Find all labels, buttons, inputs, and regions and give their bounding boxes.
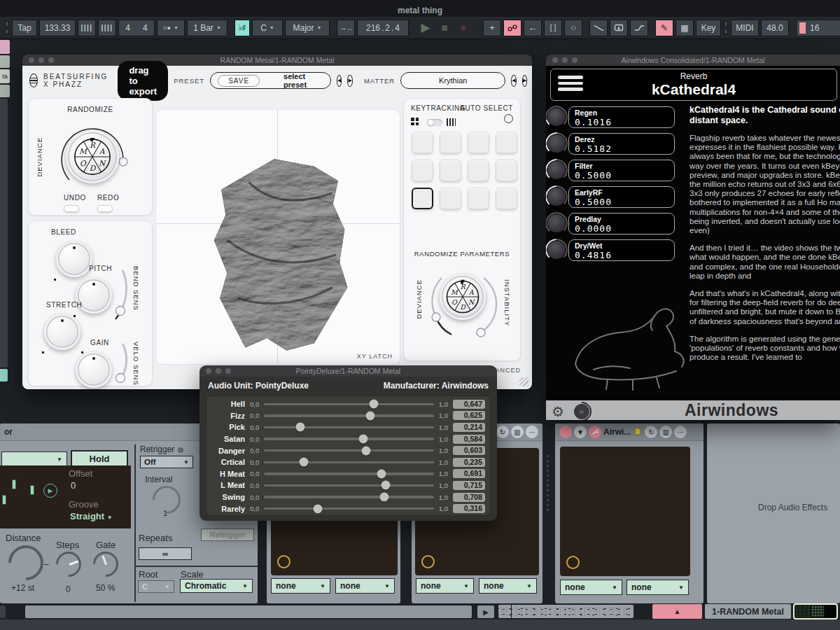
bleed-knob[interactable] (56, 241, 92, 277)
clip-slot-teal[interactable] (0, 369, 8, 382)
x-param-dropdown[interactable]: none▼ (416, 578, 474, 594)
metronome-button[interactable]: ○●▼ (157, 20, 185, 36)
auto-select-radio[interactable] (504, 114, 513, 123)
reload-icon[interactable]: ↻ (645, 426, 657, 438)
slider-thumb[interactable] (313, 504, 322, 513)
stop-button[interactable]: ■ (436, 22, 453, 34)
drop-audio-effects-area[interactable]: Drop Audio Effects (707, 424, 840, 603)
resize-grip[interactable] (519, 377, 528, 386)
draw-mode-button[interactable]: ✎ (655, 20, 673, 36)
keytracking-pad[interactable] (412, 132, 433, 153)
computer-midi-keyboard-button[interactable]: ▦ (676, 20, 694, 36)
scale-dropdown[interactable]: Chromatic▼ (180, 579, 253, 593)
filter-knob[interactable] (547, 161, 566, 179)
retrigger-mode-dropdown[interactable]: Off▼ (140, 456, 193, 468)
loop-region-button[interactable] (610, 20, 628, 36)
menu-icon[interactable] (29, 74, 38, 88)
slider-thumb[interactable] (362, 446, 371, 455)
keys-mode-icon[interactable] (447, 118, 456, 126)
follow-button[interactable]: →‥ (337, 20, 355, 36)
draw-region-button[interactable]: [ ] (544, 20, 562, 36)
keytracking-pad[interactable] (468, 132, 489, 153)
window-titlebar[interactable]: PointyDeluxe/1-RANDOM Metal (200, 365, 497, 377)
time-signature-field[interactable]: 44 (118, 20, 155, 36)
slider-thumb[interactable] (370, 400, 379, 409)
clip-slot[interactable] (0, 55, 10, 68)
keytracking-pad[interactable] (412, 160, 433, 181)
regen-knob[interactable] (547, 108, 566, 126)
param-readout[interactable]: Filter0.5000 (568, 160, 675, 181)
keytracking-pad[interactable] (468, 188, 489, 209)
param-slider[interactable] (264, 449, 434, 452)
retrigger-action-button[interactable]: Retrigger (201, 528, 254, 541)
device-header[interactable]: ▼ Airwi... ↻ ▥ ⋯ (555, 424, 704, 441)
fold-icon[interactable]: ▼ (574, 426, 587, 438)
clip-play-button[interactable]: ▶ (477, 606, 494, 618)
matter-next-button[interactable]: ▶ (522, 75, 527, 87)
note-display[interactable]: ▶ Offset 0 Groove Straight ▼ (0, 465, 131, 528)
keytracking-pad[interactable] (496, 160, 517, 181)
distance-knob[interactable] (1, 538, 51, 588)
tempo-field[interactable]: 133.33 (39, 20, 76, 36)
follow-circle-button[interactable]: ○ (564, 20, 582, 36)
param-readout[interactable]: Dry/Wet0.4816 (568, 239, 675, 261)
xy-cursor[interactable] (566, 556, 580, 569)
drag-to-export-button[interactable]: drag to export (118, 61, 168, 101)
param-slider[interactable] (264, 426, 434, 429)
ramp-button[interactable] (630, 20, 648, 36)
slider-thumb[interactable] (377, 469, 386, 478)
derez-knob[interactable] (547, 134, 566, 153)
param-value[interactable]: 0,708 (453, 493, 485, 502)
param-slider[interactable] (264, 438, 434, 440)
pads-mode-icon[interactable] (411, 118, 419, 125)
save-icon[interactable]: ▥ (659, 426, 672, 438)
clip-slot-pink[interactable] (0, 40, 10, 54)
param-value[interactable]: 0,647 (453, 400, 485, 409)
keytracking-pad[interactable] (496, 188, 517, 209)
param-slider[interactable] (264, 507, 434, 510)
y-param-dropdown[interactable]: none▼ (626, 580, 689, 595)
groove-value-dropdown[interactable]: Straight ▼ (70, 511, 113, 522)
preset-name[interactable]: select preset (267, 72, 323, 89)
param-value[interactable]: 0,715 (453, 481, 485, 490)
save-icon[interactable]: ▥ (511, 426, 524, 438)
keytracking-pad[interactable] (440, 188, 461, 209)
record-button[interactable]: ● (455, 21, 472, 35)
scrub-bar[interactable] (25, 606, 472, 618)
keytracking-pad-selected[interactable] (412, 188, 433, 209)
xy-pad[interactable] (560, 447, 690, 576)
y-param-dropdown[interactable]: none▼ (479, 578, 537, 594)
stretch-knob[interactable] (44, 314, 80, 350)
arrangement-position[interactable]: 216.2.4 (357, 20, 409, 36)
param-slider[interactable] (264, 414, 434, 417)
predlay-knob[interactable] (547, 214, 566, 232)
preview-play-button[interactable]: ▶ (43, 484, 57, 498)
clip-overview[interactable] (498, 605, 634, 618)
param-readout[interactable]: Predlay0.0000 (568, 213, 675, 234)
param-slider[interactable] (264, 403, 434, 406)
matter-canvas[interactable]: XY LATCH (155, 109, 400, 365)
x-param-dropdown[interactable]: none▼ (560, 580, 622, 595)
random-wheel[interactable]: R A N D O M (72, 136, 113, 177)
param-value[interactable]: 0,235 (453, 458, 485, 467)
redo-button[interactable] (97, 205, 113, 212)
random-wheel[interactable]: R A N D O M (444, 279, 481, 315)
param-value[interactable]: 0,316 (453, 504, 485, 513)
key-map-button[interactable]: Key (696, 20, 721, 36)
tap-tempo-button[interactable]: Tap (12, 20, 37, 36)
y-param-dropdown[interactable]: none▼ (335, 578, 395, 594)
metal-blob[interactable] (204, 153, 352, 356)
param-readout[interactable]: Derez0.5182 (568, 133, 675, 155)
keytracking-pad[interactable] (440, 132, 461, 153)
key-scale-menu[interactable]: Major▼ (285, 20, 330, 36)
xy-cursor[interactable] (277, 555, 290, 568)
more-icon[interactable]: ⋯ (526, 426, 538, 438)
traffic-lights[interactable] (552, 57, 578, 63)
device-thumbnails[interactable] (793, 603, 838, 620)
slider-thumb[interactable] (358, 435, 368, 444)
midi-map-button[interactable]: MIDI (731, 20, 759, 36)
automation-curve-button[interactable] (589, 20, 608, 36)
offset-value[interactable]: 0 (71, 480, 76, 491)
window-titlebar[interactable]: Airwindows Consolidated/1-RANDOM Metal (546, 55, 840, 66)
clip-slot-named[interactable]: ta (0, 69, 10, 83)
